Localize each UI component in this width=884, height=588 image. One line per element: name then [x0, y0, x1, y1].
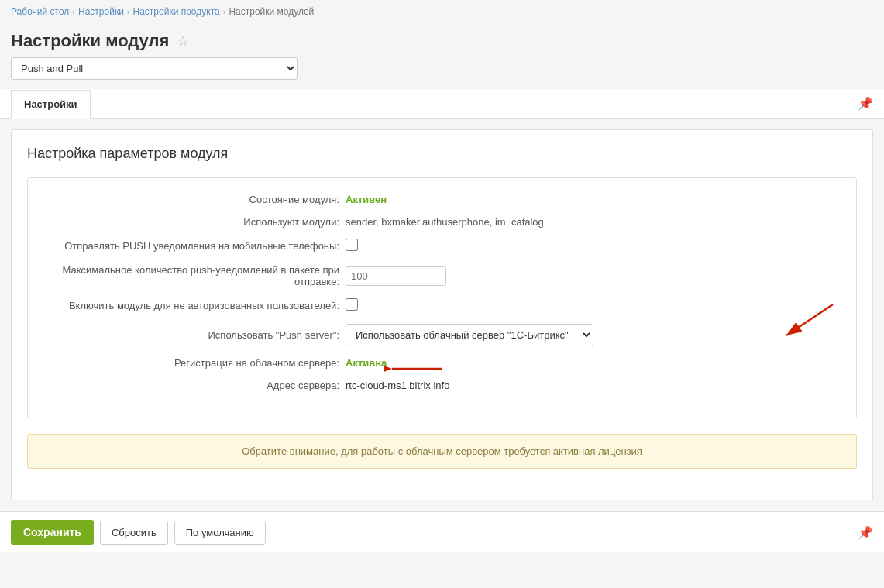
push-count-row: Максимальное количество push-уведомлений…: [51, 264, 833, 287]
page-title: Настройки модуля: [11, 31, 169, 51]
main-content: Настройка параметров модуля Состояние мо…: [0, 119, 884, 511]
arrow-to-reg-status: [384, 357, 446, 380]
push-notify-value: [346, 239, 833, 253]
svg-line-1: [786, 304, 833, 335]
bottom-bar: Сохранить Сбросить По умолчанию 📌: [0, 511, 884, 552]
push-count-input[interactable]: [346, 266, 446, 286]
module-status-text: Активен: [346, 194, 387, 205]
tab-bar: Настройки 📌: [0, 89, 884, 119]
arrow-to-server-dropdown: [771, 301, 841, 347]
notice-text: Обратите внимание, для работы с облачным…: [242, 445, 642, 457]
tab-bar-pin-icon[interactable]: 📌: [858, 96, 873, 111]
push-server-value: Использовать облачный сервер "1С-Битрикс…: [346, 324, 833, 346]
anon-users-checkbox[interactable]: [346, 298, 358, 311]
push-notify-row: Отправлять PUSH уведомления на мобильные…: [51, 239, 833, 253]
favorite-icon[interactable]: ☆: [177, 33, 189, 50]
default-button[interactable]: По умолчанию: [174, 521, 266, 545]
server-addr-row: Адрес сервера: rtc-cloud-ms1.bitrix.info: [51, 380, 833, 391]
push-count-value: [346, 266, 833, 286]
reset-button[interactable]: Сбросить: [100, 521, 168, 545]
tab-settings[interactable]: Настройки: [11, 90, 91, 119]
used-modules-label: Используют модули:: [51, 216, 346, 228]
breadcrumb-item-product[interactable]: Настройки продукта: [133, 6, 220, 17]
anon-users-label: Включить модуль для не авторизованных по…: [51, 300, 346, 311]
breadcrumb-item-desktop[interactable]: Рабочий стол: [11, 6, 69, 17]
notice-box: Обратите внимание, для работы с облачным…: [27, 434, 857, 469]
server-addr-value: rtc-cloud-ms1.bitrix.info: [346, 380, 833, 391]
anon-users-row: Включить модуль для не авторизованных по…: [51, 298, 833, 313]
reg-status-row: Регистрация на облачном сервере: Активна: [51, 357, 833, 369]
used-modules-value: sender, bxmaker.authuserphone, im, catal…: [346, 216, 833, 228]
push-count-label: Максимальное количество push-уведомлений…: [51, 264, 346, 287]
module-dropdown[interactable]: Push and Pull: [11, 57, 298, 80]
anon-users-value: [346, 298, 833, 313]
reg-status-text: Активна: [346, 357, 387, 369]
push-server-label: Использовать "Push server":: [51, 329, 346, 341]
save-button[interactable]: Сохранить: [11, 520, 94, 545]
breadcrumb-sep-3: ›: [223, 7, 226, 16]
breadcrumb-sep-1: ›: [72, 7, 75, 16]
inner-box: Состояние модуля: Активен Используют мод…: [27, 177, 857, 418]
push-notify-checkbox[interactable]: [346, 239, 358, 251]
panel-title: Настройка параметров модуля: [12, 146, 872, 177]
reg-status-label: Регистрация на облачном сервере:: [51, 357, 346, 369]
breadcrumb: Рабочий стол › Настройки › Настройки про…: [0, 0, 884, 23]
bottom-pin-icon[interactable]: 📌: [858, 525, 873, 540]
breadcrumb-item-settings[interactable]: Настройки: [78, 6, 124, 17]
breadcrumb-item-modules: Настройки модулей: [229, 6, 314, 17]
used-modules-text: sender, bxmaker.authuserphone, im, catal…: [346, 216, 544, 228]
breadcrumb-sep-2: ›: [127, 7, 130, 16]
page-header: Настройки модуля ☆: [0, 23, 884, 57]
settings-panel: Настройка параметров модуля Состояние мо…: [11, 129, 873, 500]
module-status-value: Активен: [346, 194, 833, 205]
push-server-dropdown[interactable]: Использовать облачный сервер "1С-Битрикс…: [346, 324, 593, 346]
module-status-row: Состояние модуля: Активен: [51, 194, 833, 205]
push-server-row: Использовать "Push server": Использовать…: [51, 324, 833, 346]
used-modules-row: Используют модули: sender, bxmaker.authu…: [51, 216, 833, 228]
module-selector-container: Push and Pull: [0, 57, 884, 89]
server-addr-text: rtc-cloud-ms1.bitrix.info: [346, 380, 449, 391]
server-addr-label: Адрес сервера:: [51, 380, 346, 391]
push-notify-label: Отправлять PUSH уведомления на мобильные…: [51, 240, 346, 252]
module-status-label: Состояние модуля:: [51, 194, 346, 205]
